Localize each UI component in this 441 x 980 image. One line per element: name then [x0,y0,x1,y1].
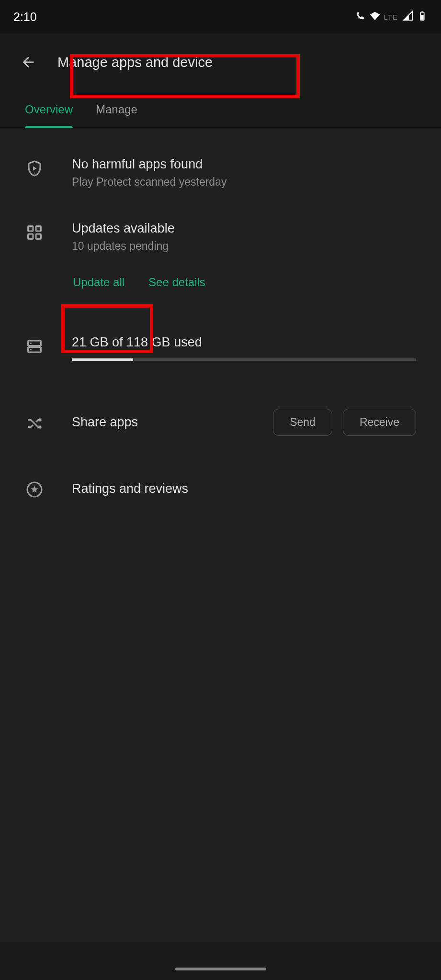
storage-progress [72,358,416,361]
signal-icon [403,11,413,23]
storage-text: 21 GB of 118 GB used [72,335,416,350]
share-title: Share apps [72,415,138,430]
back-button[interactable] [19,53,37,71]
see-details-button[interactable]: See details [147,272,206,293]
svg-point-10 [30,349,32,350]
svg-rect-8 [28,347,41,353]
shield-icon [25,159,44,178]
svg-rect-5 [28,234,34,239]
tab-bar: Overview Manage [0,91,441,128]
battery-icon [417,11,428,23]
svg-rect-2 [421,15,424,20]
page-title: Manage apps and device [57,55,213,70]
updates-subtitle: 10 updates pending [72,240,416,253]
updates-row: Updates available 10 updates pending Upd… [25,221,416,293]
apps-grid-icon [25,223,44,242]
update-all-button[interactable]: Update all [72,272,125,293]
star-circle-icon [25,480,44,499]
svg-rect-3 [28,226,34,232]
svg-rect-7 [28,341,41,346]
send-button[interactable]: Send [273,409,332,436]
shuffle-icon [25,414,44,433]
wifi-icon [370,11,380,23]
svg-rect-4 [36,226,41,232]
protect-subtitle: Play Protect scanned yesterday [72,176,416,189]
overview-content: No harmful apps found Play Protect scann… [0,128,441,942]
svg-rect-6 [36,234,41,239]
storage-icon [25,337,44,356]
status-bar: 2:10 LTE [0,0,441,33]
protect-title: No harmful apps found [72,157,416,172]
updates-title: Updates available [72,221,416,236]
play-protect-row[interactable]: No harmful apps found Play Protect scann… [25,157,416,189]
ratings-row[interactable]: Ratings and reviews [25,478,416,499]
tab-manage[interactable]: Manage [96,91,137,128]
svg-rect-1 [421,11,423,12]
lte-indicator: LTE [384,13,398,21]
status-icons: LTE [355,11,428,23]
svg-point-9 [30,343,32,344]
arrow-left-icon [20,54,36,70]
status-time: 2:10 [13,10,37,24]
gesture-nav-handle[interactable] [175,968,266,970]
share-apps-row: Share apps Send Receive [25,409,416,436]
wifi-calling-icon [355,11,366,23]
tab-overview[interactable]: Overview [25,91,73,128]
storage-row[interactable]: 21 GB of 118 GB used [25,335,416,361]
ratings-title: Ratings and reviews [72,481,416,496]
app-header: Manage apps and device [0,33,441,91]
receive-button[interactable]: Receive [343,409,416,436]
